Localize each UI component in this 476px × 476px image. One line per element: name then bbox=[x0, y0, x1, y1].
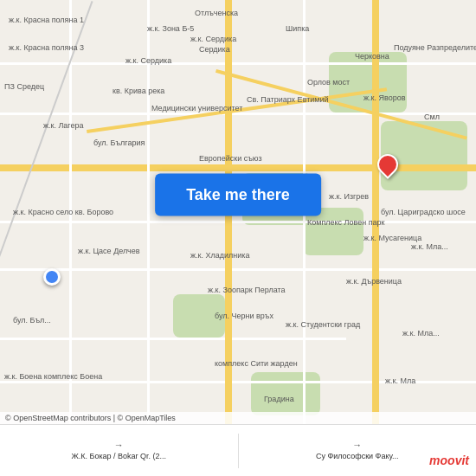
map-attribution: © OpenStreetMap contributors | © OpenMap… bbox=[0, 412, 476, 424]
origin-label: Ж.К. Бокар / Bokar Qr. (2... bbox=[71, 452, 166, 461]
bottom-bar: → Ж.К. Бокар / Bokar Qr. (2... → Су Фило… bbox=[0, 424, 476, 476]
origin-item[interactable]: → Ж.К. Бокар / Bokar Qr. (2... bbox=[0, 436, 238, 465]
destination-marker bbox=[377, 154, 398, 175]
destination-label: Су Философски Факу... bbox=[316, 452, 399, 461]
origin-marker bbox=[43, 268, 61, 286]
map-container: ж.к. Красна поляна 1ж.к. Зона Б-5ж.к. Се… bbox=[0, 0, 476, 424]
take-me-there-button[interactable]: Take me there bbox=[155, 174, 321, 216]
origin-arrow: → bbox=[114, 440, 124, 450]
park-zoo bbox=[173, 294, 225, 338]
dest-arrow: → bbox=[352, 440, 362, 450]
road-h5 bbox=[0, 338, 346, 340]
park-gradina bbox=[251, 372, 320, 415]
road-v2 bbox=[147, 0, 150, 424]
moovit-logo: moovit bbox=[429, 453, 469, 467]
road-v-major2 bbox=[372, 0, 379, 424]
